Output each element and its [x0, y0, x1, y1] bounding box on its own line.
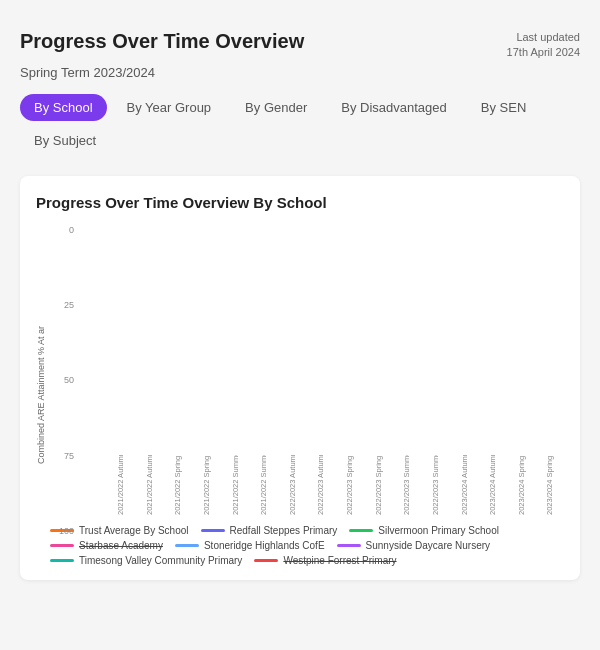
- tab-bar: By School By Year Group By Gender By Dis…: [20, 94, 580, 154]
- legend-color-redfall: [201, 529, 225, 532]
- legend-label-timesong: Timesong Valley Community Primary: [79, 555, 242, 566]
- legend-label-westpine: Westpine Forrest Primary: [283, 555, 396, 566]
- x-labels: 2021/2022 Autumn 1 2021/2022 Autumn 2 20…: [78, 455, 564, 515]
- legend-color-stoneridge: [175, 544, 199, 547]
- legend-label-trust: Trust Average By School: [79, 525, 189, 536]
- legend-label-redfall: Redfall Steppes Primary: [230, 525, 338, 536]
- legend-label-silvermoon: Silvermoon Primary School: [378, 525, 499, 536]
- subtitle: Spring Term 2023/2024: [20, 65, 580, 80]
- tab-by-year-group[interactable]: By Year Group: [113, 94, 226, 121]
- page-title: Progress Over Time Overview: [20, 30, 304, 53]
- legend-item-timesong: Timesong Valley Community Primary: [50, 555, 242, 566]
- tab-by-school[interactable]: By School: [20, 94, 107, 121]
- legend-label-stoneridge: Stoneridge Highlands CofE: [204, 540, 325, 551]
- legend-item-starbase: Starbase Academy: [50, 540, 163, 551]
- tab-by-gender[interactable]: By Gender: [231, 94, 321, 121]
- legend-item-stoneridge: Stoneridge Highlands CofE: [175, 540, 325, 551]
- tab-by-sen[interactable]: By SEN: [467, 94, 541, 121]
- legend-item-sunnyside: Sunnyside Daycare Nursery: [337, 540, 491, 551]
- legend-color-silvermoon: [349, 529, 373, 532]
- legend-item-silvermoon: Silvermoon Primary School: [349, 525, 499, 536]
- y-axis-label: Combined ARE Attainment % At ar: [36, 326, 46, 464]
- legend-label-sunnyside: Sunnyside Daycare Nursery: [366, 540, 491, 551]
- last-updated: Last updated 17th April 2024: [507, 30, 580, 61]
- legend-color-timesong: [50, 559, 74, 562]
- tab-by-disadvantaged[interactable]: By Disadvantaged: [327, 94, 461, 121]
- chart-title: Progress Over Time Overview By School: [36, 194, 564, 211]
- chart-card: Progress Over Time Overview By School Co…: [20, 176, 580, 580]
- legend: Trust Average By School Redfall Steppes …: [50, 525, 564, 566]
- legend-item-redfall: Redfall Steppes Primary: [201, 525, 338, 536]
- legend-item-westpine: Westpine Forrest Primary: [254, 555, 396, 566]
- tab-by-subject[interactable]: By Subject: [20, 127, 110, 154]
- legend-color-starbase: [50, 544, 74, 547]
- y-ticks: 100 75 50 25 0: [50, 225, 78, 536]
- legend-color-westpine: [254, 559, 278, 562]
- legend-color-sunnyside: [337, 544, 361, 547]
- legend-label-starbase: Starbase Academy: [79, 540, 163, 551]
